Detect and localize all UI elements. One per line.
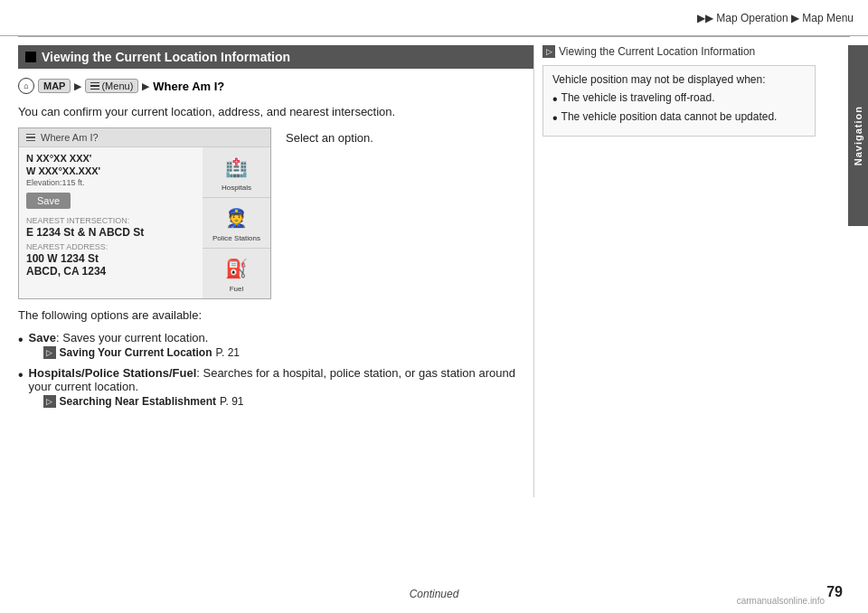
screen-mockup: Where Am I? N XX°XX XXX' W XXX°XX.XXX' E… [18, 127, 271, 299]
menu-icon [90, 82, 99, 90]
page-header: ▶▶ Map Operation ▶ Map Menu [0, 0, 868, 36]
hospitals-option: Hospitals/Police Stations/Fuel: Searches… [29, 366, 533, 411]
nearest-address-line2: ABCD, CA 1234 [26, 265, 195, 278]
screen-right-panel: 🏥 Hospitals 👮 Police Stations ⛽ Fuel [203, 147, 270, 298]
coord-north: N XX°XX XXX' [26, 153, 195, 164]
list-item-save: • Save: Saves your current location. ▷ S… [18, 331, 533, 363]
fuel-icon: ⛽ [222, 254, 251, 283]
home-icon: ⌂ [18, 78, 34, 94]
note-bullet-text-1: The vehicle is traveling off-road. [561, 91, 715, 104]
description-text: You can confirm your current location, a… [18, 105, 533, 118]
command-line: ⌂ MAP ▶ (Menu) ▶ Where Am I? [18, 78, 533, 94]
nearest-intersection-label: Nearest Intersection: [26, 216, 195, 225]
note-bullet-dot-2: • [552, 110, 558, 127]
hospitals-term: Hospitals/Police Stations/Fuel [29, 366, 197, 380]
hospitals-icon-item[interactable]: 🏥 Hospitals [203, 147, 270, 198]
note-bullet-dot-1: • [552, 91, 558, 108]
navigation-tab: Navigation [848, 45, 868, 226]
following-options-text: The following options are available: [18, 308, 533, 322]
continued-text: Continued [410, 588, 459, 600]
vertical-divider [533, 45, 534, 497]
hamburger-icon [26, 134, 35, 142]
arrow-icon-2: ▶ [142, 81, 149, 91]
arrow-icon-1: ▶ [74, 81, 81, 91]
header-divider [18, 36, 850, 37]
note-title: Vehicle position may not be displayed wh… [552, 73, 806, 86]
screenshot-area: Where Am I? N XX°XX XXX' W XXX°XX.XXX' E… [18, 127, 533, 299]
note-bullet-2: • The vehicle position data cannot be up… [552, 110, 806, 127]
save-button[interactable]: Save [26, 193, 71, 209]
navigation-tab-label: Navigation [853, 106, 863, 165]
main-content: Viewing the Current Location Information… [18, 45, 533, 577]
bullet-dot-2: • [18, 366, 24, 383]
bullet-dot-1: • [18, 331, 24, 348]
nearest-intersection-value: E 1234 St & N ABCD St [26, 226, 195, 239]
nearest-address-label: Nearest Address: [26, 242, 195, 251]
nearest-intersection: Nearest Intersection: E 1234 St & N ABCD… [26, 216, 195, 239]
breadcrumb-map-menu: Map Menu [802, 12, 854, 24]
map-button[interactable]: MAP [38, 79, 71, 93]
police-icon-item[interactable]: 👮 Police Stations [203, 198, 270, 249]
saving-location-page: P. 21 [216, 346, 240, 359]
police-label: Police Stations [212, 234, 260, 242]
note-ref-icon: ▷ [542, 45, 555, 58]
note-header: ▷ Viewing the Current Location Informati… [542, 45, 816, 58]
note-bullet-text-2: The vehicle position data cannot be upda… [561, 110, 778, 123]
watermark: carmanualsonline.info [737, 596, 825, 606]
save-option: Save: Saves your current location. ▷ Sav… [29, 331, 240, 363]
save-term: Save [29, 331, 56, 344]
screen-left-panel: N XX°XX XXX' W XXX°XX.XXX' Elevation:115… [19, 147, 203, 298]
save-desc: : Saves your current location. [56, 331, 208, 344]
saving-location-ref: Saving Your Current Location [60, 346, 212, 359]
list-item-hospitals: • Hospitals/Police Stations/Fuel: Search… [18, 366, 533, 411]
note-header-text: Viewing the Current Location Information [559, 45, 755, 58]
fuel-label: Fuel [230, 285, 244, 293]
save-ref: ▷ Saving Your Current Location P. 21 [43, 346, 240, 359]
searching-near-ref: Searching Near Establishment [60, 395, 216, 408]
breadcrumb-map-operation: Map Operation [716, 12, 788, 24]
ref-icon-1: ▷ [43, 346, 56, 359]
menu-label: (Menu) [101, 80, 133, 91]
breadcrumb: ▶▶ Map Operation ▶ Map Menu [697, 12, 854, 24]
note-box: Vehicle position may not be displayed wh… [542, 65, 816, 137]
section-marker-icon [25, 52, 36, 62]
nearest-address-line1: 100 W 1234 St [26, 252, 195, 265]
options-list: • Save: Saves your current location. ▷ S… [18, 331, 533, 411]
fuel-icon-item[interactable]: ⛽ Fuel [203, 249, 270, 298]
note-bullet-1: • The vehicle is traveling off-road. [552, 91, 806, 108]
menu-button[interactable]: (Menu) [85, 79, 138, 93]
select-option-text: Select an option. [286, 127, 373, 145]
screen-title: Where Am I? [41, 132, 99, 143]
breadcrumb-arrows: ▶▶ [697, 12, 713, 24]
coord-west: W XXX°XX.XXX' [26, 165, 195, 176]
section-header: Viewing the Current Location Information [18, 45, 533, 69]
hospitals-ref: ▷ Searching Near Establishment P. 91 [43, 395, 533, 408]
hospital-icon: 🏥 [222, 153, 251, 182]
screen-header: Where Am I? [19, 128, 270, 147]
police-icon: 👮 [222, 203, 251, 232]
nearest-address: Nearest Address: 100 W 1234 St ABCD, CA … [26, 242, 195, 278]
section-title: Viewing the Current Location Information [42, 50, 290, 64]
elevation-text: Elevation:115 ft. [26, 178, 195, 187]
page-number: 79 [826, 584, 843, 600]
ref-icon-2: ▷ [43, 395, 56, 408]
hospitals-label: Hospitals [222, 184, 251, 192]
where-am-i-label: Where Am I? [153, 80, 224, 93]
breadcrumb-arrow: ▶ [791, 12, 799, 24]
searching-near-page: P. 91 [220, 395, 243, 408]
screen-body: N XX°XX XXX' W XXX°XX.XXX' Elevation:115… [19, 147, 270, 298]
right-panel: ▷ Viewing the Current Location Informati… [542, 45, 841, 137]
